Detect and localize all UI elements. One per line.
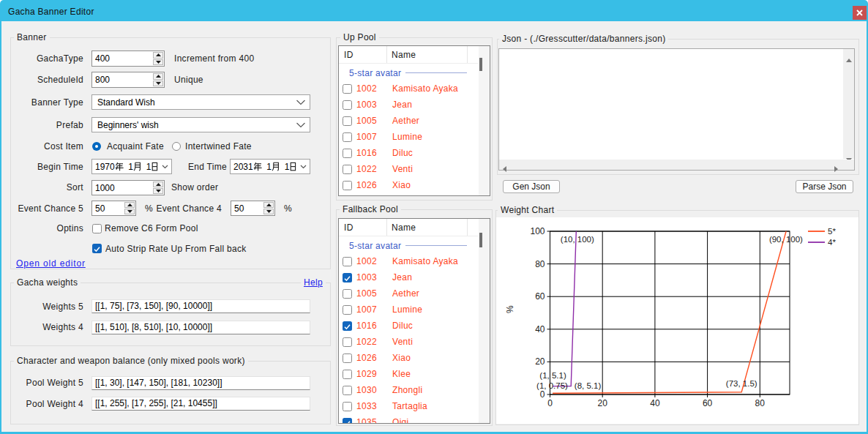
svg-text:100: 100	[530, 226, 545, 236]
svg-text:40: 40	[535, 324, 545, 334]
svg-text:80: 80	[535, 259, 545, 269]
svg-text:4*: 4*	[828, 238, 836, 247]
svg-text:60: 60	[703, 398, 713, 408]
svg-text:%: %	[505, 305, 515, 313]
svg-text:60: 60	[535, 291, 545, 302]
svg-text:(10, 100): (10, 100)	[561, 235, 594, 244]
svg-text:(8, 5.1): (8, 5.1)	[575, 381, 602, 390]
svg-text:80: 80	[755, 398, 766, 408]
svg-text:(90, 100): (90, 100)	[769, 235, 803, 244]
svg-text:40: 40	[650, 398, 660, 408]
svg-text:0: 0	[547, 398, 553, 408]
svg-text:20: 20	[598, 398, 608, 408]
svg-text:(1, 0.75): (1, 0.75)	[536, 381, 568, 390]
svg-text:0: 0	[540, 389, 545, 400]
svg-text:20: 20	[535, 356, 545, 367]
svg-text:5*: 5*	[828, 227, 836, 236]
svg-text:(73, 1.5): (73, 1.5)	[726, 379, 757, 388]
svg-text:(1, 5.1): (1, 5.1)	[539, 371, 566, 380]
